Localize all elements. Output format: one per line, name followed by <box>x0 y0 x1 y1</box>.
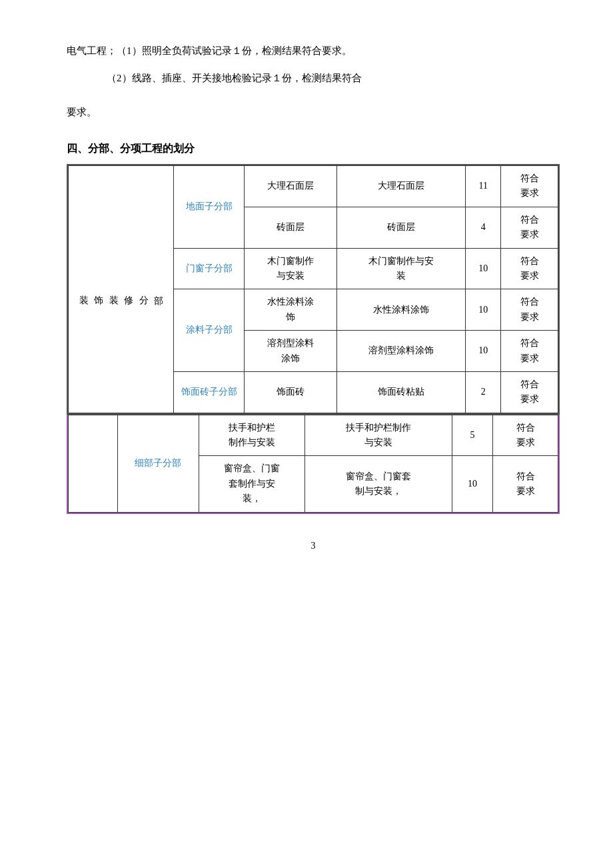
sub-section-cell: 饰面砖子分部 <box>173 371 245 413</box>
table-top-wrapper: 装饰装修分部 地面子分部 大理石面层 大理石面层 11 符合要求 砖面层 砖面层… <box>67 164 560 415</box>
sub-section-cell: 涂料子分部 <box>173 289 245 372</box>
sub-section-cell: 细部子分部 <box>117 415 199 512</box>
intro-line2: （2）线路、插座、开关接地检验记录１份，检测结果符合 <box>107 67 560 89</box>
intro-line3: 要求。 <box>67 101 560 123</box>
section-title: 四、分部、分项工程的划分 <box>67 142 560 156</box>
page-number: 3 <box>67 541 560 551</box>
result-cell: 符合要求 <box>501 207 558 248</box>
item-cell: 溶剂型涂料涂饰 <box>245 331 337 372</box>
item-cell: 木门窗制作与安装 <box>245 248 337 289</box>
fullname-cell: 溶剂型涂料涂饰 <box>337 331 465 372</box>
table-top: 装饰装修分部 地面子分部 大理石面层 大理石面层 11 符合要求 砖面层 砖面层… <box>68 165 558 413</box>
item-cell: 窗帘盒、门窗套制作与安装， <box>199 456 305 512</box>
count-cell: 4 <box>465 207 500 248</box>
result-cell: 符合要求 <box>501 289 558 331</box>
count-cell: 10 <box>465 248 500 289</box>
result-cell: 符合要求 <box>501 248 558 289</box>
intro-line1: 电气工程；（1）照明全负荷试验记录１份，检测结果符合要求。 <box>67 40 560 62</box>
main-section-label: 装饰装修分部 <box>79 288 163 291</box>
fullname-cell: 大理石面层 <box>337 166 465 207</box>
count-cell: 10 <box>465 289 500 331</box>
count-cell: 2 <box>465 371 500 413</box>
table-row: 细部子分部 扶手和护栏制作与安装 扶手和护栏制作与安装 5 符合要求 <box>69 415 558 456</box>
fullname-cell: 砖面层 <box>337 207 465 248</box>
fullname-cell: 水性涂料涂饰 <box>337 289 465 331</box>
main-section-cell <box>69 415 118 512</box>
item-cell: 水性涂料涂饰 <box>245 289 337 331</box>
item-cell: 大理石面层 <box>245 166 337 207</box>
sub-section-cell: 门窗子分部 <box>173 248 245 289</box>
result-cell: 符合要求 <box>493 456 558 512</box>
result-cell: 符合要求 <box>501 166 558 207</box>
fullname-cell: 木门窗制作与安装 <box>337 248 465 289</box>
item-cell: 饰面砖 <box>245 371 337 413</box>
item-cell: 砖面层 <box>245 207 337 248</box>
count-cell: 5 <box>452 415 492 456</box>
intro-paragraph: 电气工程；（1）照明全负荷试验记录１份，检测结果符合要求。 （2）线路、插座、开… <box>67 40 560 123</box>
result-cell: 符合要求 <box>501 371 558 413</box>
count-cell: 11 <box>465 166 500 207</box>
table-bottom: 细部子分部 扶手和护栏制作与安装 扶手和护栏制作与安装 5 符合要求 窗帘盒、门… <box>68 415 558 513</box>
count-cell: 10 <box>452 456 492 512</box>
table-bottom-wrapper: 细部子分部 扶手和护栏制作与安装 扶手和护栏制作与安装 5 符合要求 窗帘盒、门… <box>67 415 560 514</box>
item-cell: 扶手和护栏制作与安装 <box>199 415 305 456</box>
fullname-cell: 饰面砖粘贴 <box>337 371 465 413</box>
count-cell: 10 <box>465 331 500 372</box>
sub-section-cell: 地面子分部 <box>173 166 245 249</box>
fullname-cell: 窗帘盒、门窗套制与安装， <box>305 456 452 512</box>
fullname-cell: 扶手和护栏制作与安装 <box>305 415 452 456</box>
result-cell: 符合要求 <box>501 331 558 372</box>
main-section-cell: 装饰装修分部 <box>69 166 174 413</box>
table-row: 装饰装修分部 地面子分部 大理石面层 大理石面层 11 符合要求 <box>69 166 558 207</box>
result-cell: 符合要求 <box>493 415 558 456</box>
